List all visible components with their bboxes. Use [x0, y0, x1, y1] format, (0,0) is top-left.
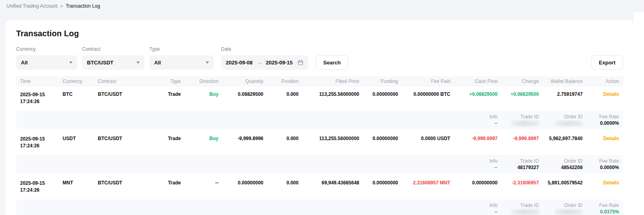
cell-action: Details [586, 175, 623, 197]
detail-order-id: Order ID [543, 109, 587, 131]
cell-time: 2025-09-15 17:24:26 [16, 87, 59, 109]
date-start-value: 2025-09-08 [226, 60, 253, 66]
fee-paid-value: 0.00000000 BTC [413, 91, 450, 97]
chevron-down-icon [136, 62, 140, 64]
cell-fee-paid: 2.31606957 MNT [402, 175, 454, 197]
details-link[interactable]: Details [603, 180, 619, 186]
detail-trade-id-value [506, 120, 539, 126]
type-filter-label: Type [149, 46, 214, 52]
detail-trade-id-label: Trade ID [506, 158, 539, 164]
detail-trade-id-label: Trade ID [506, 202, 539, 209]
currency-filter-value: All [21, 60, 28, 66]
detail-fee-rate: Fee Rate 0.0375% [586, 197, 623, 215]
table-detail-row: Info -- Trade ID [16, 109, 623, 131]
table-row: 2025-09-15 17:24:26 MNT BTC/USDT Trade -… [16, 175, 623, 197]
direction-value: -- [215, 180, 219, 186]
cell-position: 0.000 [267, 87, 302, 109]
col-header-change: Change [502, 76, 543, 87]
detail-spacer [16, 109, 454, 131]
col-header-fee-paid: Fee Paid [402, 76, 454, 87]
currency-filter-label: Currency [16, 46, 77, 52]
cell-filled-price: 113,255.56000000 [303, 87, 363, 109]
cell-change: -2.31606957 [502, 175, 543, 197]
direction-value: Buy [209, 136, 219, 141]
col-header-direction: Direction [185, 76, 222, 87]
date-range-arrow: → [257, 60, 262, 66]
date-range-picker[interactable]: 2025-09-08 → 2025-09-15 [221, 55, 308, 70]
col-header-cash-flow: Cash Flow [454, 76, 502, 87]
date-filter-group: Date 2025-09-08 → 2025-09-15 [219, 46, 308, 70]
search-button[interactable]: Search [316, 55, 348, 70]
cell-time-clock: 17:24:26 [20, 143, 55, 149]
cell-time-date: 2025-09-15 [20, 91, 55, 98]
cell-contract: BTC/USDT [94, 131, 155, 153]
cell-quantity: 0.00000000 [223, 175, 268, 197]
col-header-wallet-balance: Wallet Balance [543, 76, 587, 87]
currency-filter-select[interactable]: All [16, 55, 77, 70]
cell-wallet-balance: 5,891.00579542 [543, 175, 587, 197]
cell-time-clock: 17:24:26 [20, 187, 55, 194]
detail-fee-rate-value: 0.0000% [590, 164, 619, 171]
transaction-log-card: Transaction Log Currency All Contract BT… [6, 20, 634, 215]
cash-flow-value: +0.08829500 [469, 91, 497, 97]
date-end-value: 2025-09-15 [266, 60, 293, 66]
cash-flow-value: -9,999.8997 [472, 136, 497, 141]
detail-trade-id-value [506, 209, 539, 215]
cell-action: Details [586, 87, 623, 109]
transaction-table: Time Currency Contract Type Direction Qu… [16, 76, 623, 215]
details-link[interactable]: Details [603, 91, 619, 97]
detail-info-value: -- [458, 120, 498, 126]
detail-order-id-value: 48542208 [547, 164, 583, 171]
detail-info-label: Info [458, 158, 498, 164]
cell-filled-price: 113,255.56000000 [303, 131, 363, 153]
detail-order-id: Order ID [543, 197, 587, 215]
detail-order-id-value [547, 209, 583, 215]
cell-contract: BTC/USDT [94, 175, 155, 197]
redacted-value [555, 209, 582, 215]
detail-trade-id: Trade ID 48179327 [502, 153, 543, 175]
contract-filter-label: Contract [82, 46, 144, 52]
cell-time-date: 2025-09-15 [20, 136, 55, 143]
cell-position: 0.000 [267, 131, 302, 153]
cell-change: +0.08829500 [502, 87, 543, 109]
cell-fee-paid: 0.0000 USDT [402, 131, 454, 153]
detail-order-id-value [547, 120, 583, 126]
detail-info: Info -- [454, 109, 502, 131]
cell-currency: USDT [59, 131, 94, 153]
detail-spacer [16, 197, 454, 215]
type-filter-select[interactable]: All [149, 55, 214, 70]
detail-fee-rate: Fee Rate 0.0000% [586, 153, 623, 175]
currency-filter-group: Currency All [16, 46, 77, 70]
detail-fee-rate-label: Fee Rate [590, 158, 619, 164]
detail-order-id-label: Order ID [547, 158, 583, 164]
cell-currency: BTC [59, 87, 94, 109]
details-link[interactable]: Details [603, 136, 619, 141]
detail-order-id: Order ID 48542208 [543, 153, 587, 175]
detail-info-value: -- [458, 164, 498, 171]
filter-bar: Currency All Contract BTC/USDT Type All … [16, 46, 623, 70]
col-header-action: Action [586, 76, 623, 87]
detail-fee-rate-label: Fee Rate [590, 114, 619, 120]
table-detail-row: Info -- Trade ID 48179327 [16, 153, 623, 175]
contract-filter-select[interactable]: BTC/USDT [82, 55, 144, 70]
detail-fee-rate-value: 0.0375% [590, 209, 619, 215]
change-value: -2.31606957 [512, 180, 539, 186]
table-header-row: Time Currency Contract Type Direction Qu… [16, 76, 623, 87]
cell-type: Trade [155, 131, 185, 153]
cell-time: 2025-09-15 17:24:26 [16, 131, 59, 153]
detail-info-label: Info [458, 202, 498, 209]
cell-funding: 0.00000000 [363, 175, 402, 197]
cash-flow-value: 0.00000000 [472, 180, 497, 186]
table-detail-row: Info -- Trade ID [16, 197, 623, 215]
export-button[interactable]: Export [591, 55, 623, 70]
cell-direction: Buy [185, 87, 222, 109]
right-gutter [634, 12, 644, 215]
breadcrumb-separator: > [60, 4, 63, 8]
detail-order-id-label: Order ID [547, 114, 583, 120]
detail-trade-id-value: 48179327 [506, 164, 539, 171]
detail-spacer [16, 153, 454, 175]
cell-time-date: 2025-09-15 [20, 180, 55, 187]
breadcrumb-parent-link[interactable]: Unified Trading Account [6, 3, 58, 9]
detail-info: Info -- [454, 153, 502, 175]
cell-contract: BTC/USDT [94, 87, 155, 109]
